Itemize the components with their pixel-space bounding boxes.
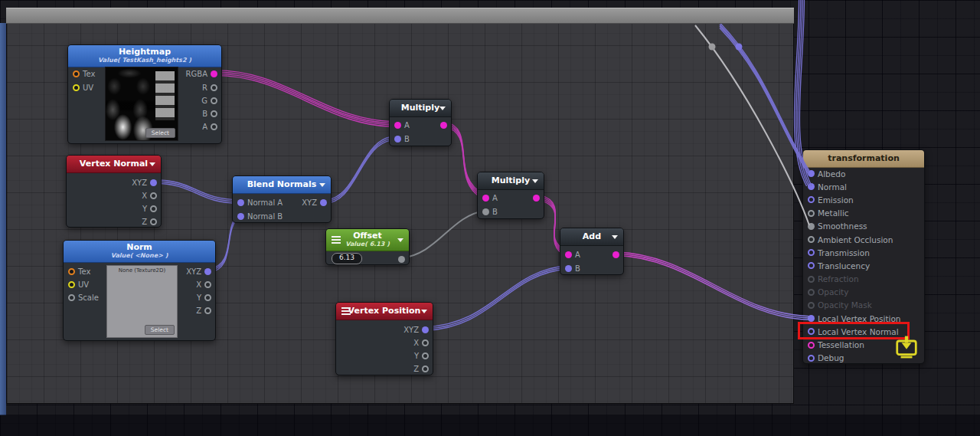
input-b: B xyxy=(482,208,498,215)
port-transmission[interactable] xyxy=(808,249,815,256)
master-input-label: Debug xyxy=(818,353,844,362)
port-opacity[interactable] xyxy=(808,289,815,296)
port-debug[interactable] xyxy=(808,355,815,362)
port-out[interactable] xyxy=(398,256,405,263)
heightmap-texture-preview: Select xyxy=(105,67,178,141)
port-label: RGBA xyxy=(186,70,207,78)
port-tex[interactable] xyxy=(68,268,75,275)
port-g[interactable] xyxy=(211,97,217,104)
port-out[interactable] xyxy=(440,122,447,129)
node-multiply-mid[interactable]: Multiply A B xyxy=(477,172,544,219)
node-title: Norm xyxy=(64,242,215,252)
output-r: R xyxy=(202,84,217,91)
master-input-label: Translucency xyxy=(818,261,870,270)
input-a: A xyxy=(394,121,410,129)
port-y[interactable] xyxy=(422,352,429,359)
port-normal-b[interactable] xyxy=(237,213,244,220)
editor-toolbar[interactable] xyxy=(6,8,794,24)
port-label: G xyxy=(201,97,207,105)
port-b[interactable] xyxy=(482,208,489,215)
port-b[interactable] xyxy=(565,265,572,272)
port-xyz[interactable] xyxy=(320,199,327,206)
port-label: UV xyxy=(83,84,93,92)
port-smoothness[interactable] xyxy=(808,223,815,230)
port-xyz[interactable] xyxy=(422,326,429,333)
port-z[interactable] xyxy=(150,218,157,225)
port-uv[interactable] xyxy=(73,84,80,91)
select-texture-button[interactable]: Select xyxy=(145,325,175,335)
port-label: Normal B xyxy=(247,212,283,221)
port-ambient-occlusion[interactable] xyxy=(808,236,815,243)
port-label: Y xyxy=(414,352,419,360)
port-a[interactable] xyxy=(211,123,217,130)
node-offset[interactable]: Offset Value( 6.13 ) 6.13 xyxy=(325,228,410,265)
port-z[interactable] xyxy=(204,307,211,314)
port-b[interactable] xyxy=(394,136,401,143)
port-z[interactable] xyxy=(422,366,429,372)
port-out[interactable] xyxy=(533,195,540,202)
port-emission[interactable] xyxy=(808,196,815,203)
node-vertex-normal[interactable]: Vertex Normal XYZ X Y Z xyxy=(66,155,162,228)
port-y[interactable] xyxy=(150,205,157,212)
port-label: Y xyxy=(197,293,201,302)
download-icon[interactable] xyxy=(894,336,919,359)
port-label: Tex xyxy=(83,70,95,78)
select-texture-button[interactable]: Select xyxy=(145,128,175,138)
port-refraction[interactable] xyxy=(808,276,815,283)
node-subtitle: Value( TestKash_heights2 ) xyxy=(68,57,221,64)
port-label: B xyxy=(492,208,498,216)
port-b[interactable] xyxy=(211,110,217,117)
node-norm[interactable]: Norm Value( <None> ) Tex UV Scale None (… xyxy=(63,240,216,341)
menu-icon[interactable] xyxy=(332,236,341,244)
port-a[interactable] xyxy=(394,122,401,129)
port-label: B xyxy=(404,135,410,143)
output-a: A xyxy=(202,123,217,130)
port-opacity-mask[interactable] xyxy=(808,302,815,309)
chevron-down-icon[interactable] xyxy=(612,235,618,239)
port-translucency[interactable] xyxy=(808,262,815,269)
chevron-down-icon[interactable] xyxy=(532,179,538,183)
port-tessellation[interactable] xyxy=(808,342,815,349)
port-label: Tex xyxy=(78,267,90,276)
port-x[interactable] xyxy=(150,192,157,199)
chevron-down-icon[interactable] xyxy=(149,162,155,166)
port-x[interactable] xyxy=(422,339,429,346)
offset-value-field[interactable]: 6.13 xyxy=(332,253,362,264)
node-vertex-position[interactable]: Vertex Position XYZ X Y Z xyxy=(335,302,433,375)
port-normal-a[interactable] xyxy=(237,199,244,206)
menu-icon[interactable] xyxy=(341,307,351,315)
port-out[interactable] xyxy=(612,251,619,258)
port-a[interactable] xyxy=(482,195,489,202)
output-g: G xyxy=(201,97,217,104)
port-label: Z xyxy=(142,218,147,226)
port-metallic[interactable] xyxy=(808,210,815,217)
port-a[interactable] xyxy=(565,251,572,258)
port-albedo[interactable] xyxy=(808,170,815,177)
chevron-down-icon[interactable] xyxy=(397,238,403,242)
norm-texture-preview: None (Texture2D) Select xyxy=(106,265,178,338)
master-row-smoothness: Smoothness xyxy=(803,220,924,233)
port-xyz[interactable] xyxy=(204,268,211,275)
node-title: Vertex Normal xyxy=(67,156,161,172)
master-input-label: Transmission xyxy=(818,248,870,257)
port-rgba[interactable] xyxy=(211,70,217,77)
chevron-down-icon[interactable] xyxy=(421,310,427,313)
node-heightmap[interactable]: Heightmap Value( TestKash_heights2 ) Tex… xyxy=(67,44,222,144)
port-x[interactable] xyxy=(204,281,211,288)
output-xyz: XYZ xyxy=(403,326,429,333)
port-normal[interactable] xyxy=(808,183,815,190)
port-uv[interactable] xyxy=(68,281,75,288)
port-tex[interactable] xyxy=(73,70,80,77)
node-add[interactable]: Add A B xyxy=(560,228,624,275)
port-xyz[interactable] xyxy=(150,179,157,186)
port-r[interactable] xyxy=(211,84,217,91)
port-local-vertex-position[interactable] xyxy=(808,315,815,322)
master-row-refraction: Refraction xyxy=(803,273,924,286)
port-scale[interactable] xyxy=(68,294,75,301)
node-multiply-top[interactable]: Multiply A B xyxy=(389,99,452,146)
node-blend-normals[interactable]: Blend Normals Normal A Normal B XYZ xyxy=(232,175,332,223)
port-y[interactable] xyxy=(204,294,211,301)
chevron-down-icon[interactable] xyxy=(319,183,325,187)
chevron-down-icon[interactable] xyxy=(439,107,446,110)
master-input-label: Metallic xyxy=(818,208,849,218)
